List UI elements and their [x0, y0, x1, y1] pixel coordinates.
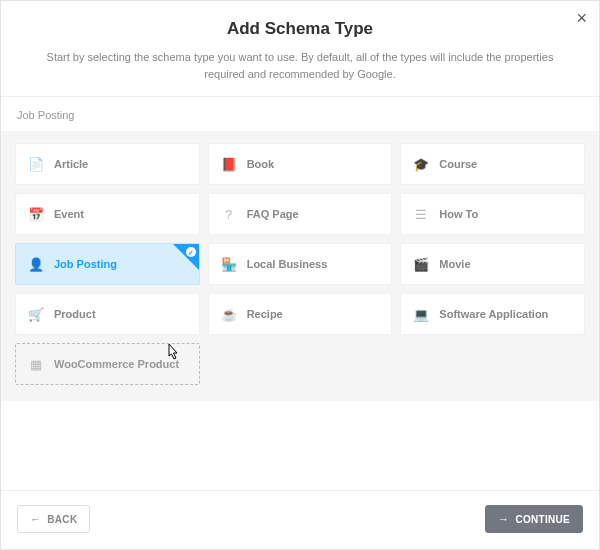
schema-card-label: Book	[247, 158, 275, 170]
check-icon: ✓	[186, 247, 196, 257]
software-application-icon: 💻	[413, 306, 429, 322]
schema-card-job-posting[interactable]: 👤Job Posting✓	[15, 243, 200, 285]
schema-card-label: WooCommerce Product	[54, 358, 179, 370]
schema-card-label: Local Business	[247, 258, 328, 270]
dialog-subtitle: Start by selecting the schema type you w…	[40, 49, 560, 82]
schema-card-label: Course	[439, 158, 477, 170]
job-posting-icon: 👤	[28, 256, 44, 272]
selected-corner-icon: ✓	[173, 244, 199, 270]
schema-card-product[interactable]: 🛒Product	[15, 293, 200, 335]
section-label: Job Posting	[1, 96, 599, 131]
schema-card-woocommerce-product[interactable]: ▦WooCommerce Product	[15, 343, 200, 385]
dialog-footer: ← BACK → CONTINUE	[1, 490, 599, 549]
schema-card-faq-page[interactable]: ?FAQ Page	[208, 193, 393, 235]
schema-grid-area: 📄Article📕Book🎓Course📅Event?FAQ Page☰How …	[1, 131, 599, 401]
schema-card-movie[interactable]: 🎬Movie	[400, 243, 585, 285]
schema-card-label: How To	[439, 208, 478, 220]
faq-page-icon: ?	[221, 206, 237, 222]
close-icon[interactable]: ×	[576, 9, 587, 27]
dialog-title: Add Schema Type	[29, 19, 571, 39]
schema-card-label: Product	[54, 308, 96, 320]
back-button-label: BACK	[47, 514, 77, 525]
arrow-left-icon: ←	[30, 514, 41, 525]
movie-icon: 🎬	[413, 256, 429, 272]
schema-card-article[interactable]: 📄Article	[15, 143, 200, 185]
event-icon: 📅	[28, 206, 44, 222]
schema-card-how-to[interactable]: ☰How To	[400, 193, 585, 235]
local-business-icon: 🏪	[221, 256, 237, 272]
schema-card-label: FAQ Page	[247, 208, 299, 220]
how-to-icon: ☰	[413, 206, 429, 222]
woocommerce-product-icon: ▦	[28, 356, 44, 372]
schema-card-label: Recipe	[247, 308, 283, 320]
arrow-right-icon: →	[498, 514, 509, 525]
schema-card-local-business[interactable]: 🏪Local Business	[208, 243, 393, 285]
schema-card-label: Software Application	[439, 308, 548, 320]
course-icon: 🎓	[413, 156, 429, 172]
book-icon: 📕	[221, 156, 237, 172]
dialog-header: Add Schema Type Start by selecting the s…	[1, 1, 599, 96]
schema-card-recipe[interactable]: ☕Recipe	[208, 293, 393, 335]
schema-card-label: Job Posting	[54, 258, 117, 270]
continue-button-label: CONTINUE	[515, 514, 570, 525]
continue-button[interactable]: → CONTINUE	[485, 505, 583, 533]
recipe-icon: ☕	[221, 306, 237, 322]
schema-card-book[interactable]: 📕Book	[208, 143, 393, 185]
schema-card-software-application[interactable]: 💻Software Application	[400, 293, 585, 335]
back-button[interactable]: ← BACK	[17, 505, 90, 533]
schema-card-course[interactable]: 🎓Course	[400, 143, 585, 185]
article-icon: 📄	[28, 156, 44, 172]
schema-card-event[interactable]: 📅Event	[15, 193, 200, 235]
product-icon: 🛒	[28, 306, 44, 322]
schema-card-label: Event	[54, 208, 84, 220]
schema-card-label: Movie	[439, 258, 470, 270]
schema-card-label: Article	[54, 158, 88, 170]
schema-grid: 📄Article📕Book🎓Course📅Event?FAQ Page☰How …	[15, 143, 585, 385]
